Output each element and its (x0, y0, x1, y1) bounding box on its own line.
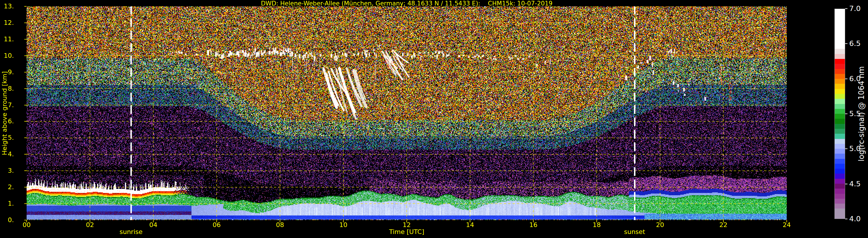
y-tick-mark (24, 170, 27, 171)
x-tick-mark (533, 220, 534, 223)
colorbar-band (835, 14, 845, 19)
colorbar-band (835, 119, 845, 124)
colorbar-band (835, 39, 845, 44)
colorbar-tick-label: 7.0 (849, 5, 868, 13)
x-tick-mark (90, 220, 90, 223)
colorbar-band (835, 74, 845, 79)
ceilometer-quicklook: DWD: Helene-Weber-Allee (München, German… (0, 0, 868, 238)
x-tick-mark (280, 220, 280, 223)
x-tick-mark (26, 220, 27, 223)
y-tick-label: 6. (2, 117, 14, 125)
colorbar-band (835, 114, 845, 119)
y-tick-label: 11. (2, 36, 14, 43)
colorbar (834, 9, 845, 219)
colorbar-band (835, 49, 845, 54)
colorbar-band (835, 164, 845, 169)
y-tick-label: 2. (2, 183, 14, 191)
colorbar-tick-mark (845, 78, 847, 79)
colorbar-band (835, 144, 845, 149)
y-tick-label: 7. (2, 101, 14, 109)
colorbar-tick-label: 4.5 (849, 180, 868, 188)
y-tick-label: 8. (2, 85, 14, 93)
y-tick-mark (24, 105, 27, 105)
colorbar-band (835, 124, 845, 129)
colorbar-band (835, 154, 845, 159)
x-tick-mark (216, 220, 217, 223)
y-tick-label: 0. (2, 216, 14, 224)
colorbar-band (835, 104, 845, 109)
colorbar-band (835, 159, 845, 164)
colorbar-band (835, 84, 845, 89)
x-tick-mark (153, 220, 154, 223)
sunset-annotation: sunset (614, 228, 655, 236)
colorbar-band (835, 179, 845, 184)
y-tick-label: 10. (2, 52, 14, 60)
colorbar-band (835, 214, 845, 219)
colorbar-band (835, 59, 845, 64)
colorbar-tick-label: 5.0 (849, 145, 868, 153)
colorbar-tick-mark (845, 113, 847, 114)
y-tick-label: 13. (2, 3, 14, 10)
colorbar-band (835, 184, 845, 189)
colorbar-band (835, 134, 845, 139)
y-tick-mark (24, 72, 27, 72)
colorbar-tick-mark (845, 148, 847, 149)
colorbar-band (835, 79, 845, 84)
y-tick-mark (24, 154, 27, 155)
colorbar-band (835, 149, 845, 154)
colorbar-tick-label: 5.5 (849, 110, 868, 118)
colorbar-tick-label: 6.5 (849, 40, 868, 48)
colorbar-band (835, 174, 845, 178)
page-title: DWD: Helene-Weber-Allee (München, German… (27, 0, 787, 7)
x-tick-mark (596, 220, 597, 223)
y-tick-mark (24, 121, 27, 122)
colorbar-band (835, 19, 845, 24)
colorbar-band (835, 54, 845, 59)
colorbar-band (835, 89, 845, 94)
x-axis-label: Time [UTC] (378, 228, 436, 236)
y-tick-mark (24, 39, 27, 40)
colorbar-band (835, 208, 845, 213)
y-tick-mark (24, 89, 27, 89)
y-tick-label: 9. (2, 68, 14, 76)
y-tick-label: 5. (2, 134, 14, 141)
x-tick-mark (786, 220, 787, 223)
y-tick-mark (24, 187, 27, 188)
y-tick-mark (24, 6, 27, 7)
colorbar-band (835, 169, 845, 174)
y-tick-mark (24, 56, 27, 56)
y-tick-label: 1. (2, 200, 14, 207)
colorbar-band (835, 29, 845, 34)
colorbar-band (835, 64, 845, 69)
y-tick-label: 4. (2, 150, 14, 158)
y-tick-label: 12. (2, 19, 14, 27)
colorbar-tick-mark (845, 184, 847, 184)
x-tick-mark (470, 220, 470, 223)
colorbar-band (835, 69, 845, 74)
colorbar-band (835, 139, 845, 144)
y-tick-mark (24, 137, 27, 138)
colorbar-band (835, 94, 845, 99)
x-tick-mark (406, 220, 407, 223)
x-tick-mark (343, 220, 344, 223)
x-tick-mark (660, 220, 660, 223)
y-tick-mark (24, 203, 27, 204)
colorbar-band (835, 199, 845, 204)
colorbar-band (835, 204, 845, 208)
colorbar-tick-label: 4.0 (849, 215, 868, 223)
heatmap-canvas (27, 6, 787, 220)
colorbar-band (835, 129, 845, 134)
colorbar-band (835, 194, 845, 199)
colorbar-tick-mark (845, 8, 847, 9)
sunrise-annotation: sunrise (111, 228, 151, 236)
colorbar-tick-label: 6.0 (849, 75, 868, 83)
colorbar-tick-mark (845, 43, 847, 44)
y-tick-label: 3. (2, 167, 14, 174)
y-tick-mark (24, 23, 27, 23)
colorbar-band (835, 9, 845, 14)
colorbar-band (835, 24, 845, 29)
colorbar-band (835, 34, 845, 39)
colorbar-band (835, 189, 845, 194)
x-tick-mark (723, 220, 724, 223)
colorbar-band (835, 44, 845, 49)
